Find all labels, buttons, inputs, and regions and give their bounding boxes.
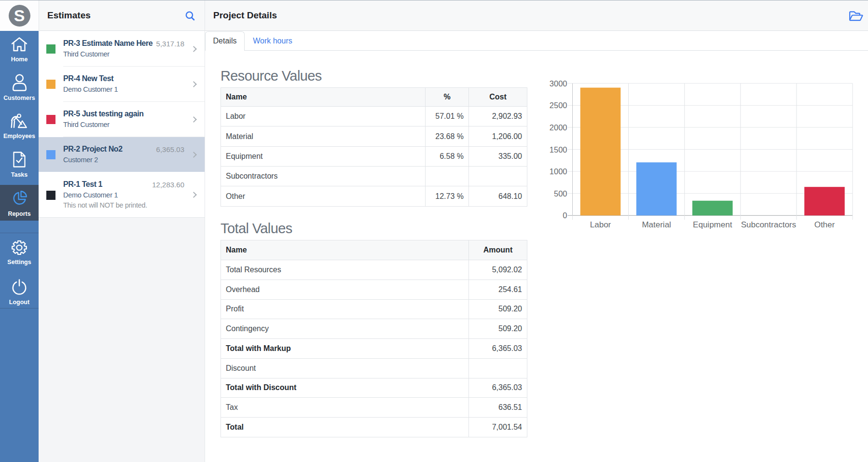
svg-text:500: 500 xyxy=(554,189,567,198)
svg-text:2000: 2000 xyxy=(550,123,567,132)
svg-text:0: 0 xyxy=(563,211,567,220)
svg-text:Subcontractors: Subcontractors xyxy=(741,220,796,229)
svg-text:Equipment: Equipment xyxy=(693,220,732,229)
svg-text:Labor: Labor xyxy=(590,220,611,229)
svg-text:3000: 3000 xyxy=(550,79,567,88)
svg-text:1500: 1500 xyxy=(550,145,567,154)
svg-text:Material: Material xyxy=(642,220,671,229)
svg-text:Other: Other xyxy=(814,220,835,229)
svg-text:1000: 1000 xyxy=(550,167,567,176)
svg-text:2500: 2500 xyxy=(550,101,567,110)
